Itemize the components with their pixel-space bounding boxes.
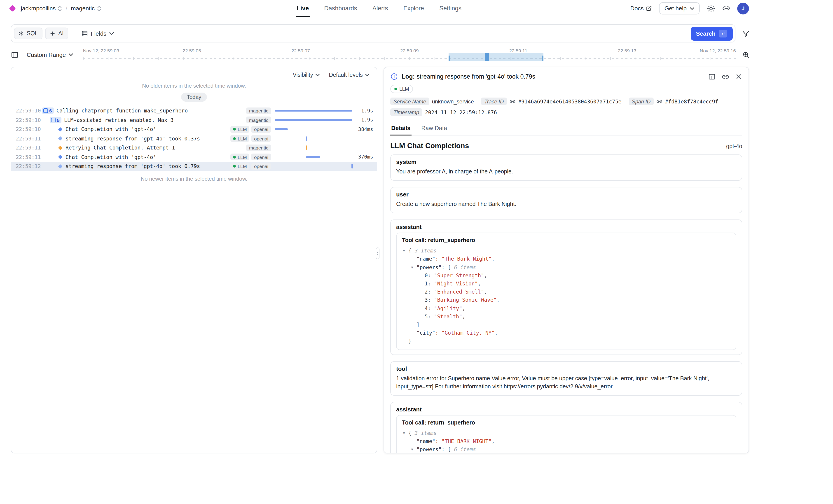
- search-button-label: Search: [696, 30, 716, 37]
- link-icon[interactable]: [722, 4, 730, 12]
- time-range-selector[interactable]: Custom Range: [27, 51, 73, 58]
- minor-tick: [560, 57, 561, 60]
- log-time: 22:59:10: [16, 117, 42, 123]
- minor-tick: [234, 57, 234, 60]
- json-token: ,: [462, 313, 465, 320]
- filter-icon[interactable]: [742, 29, 750, 38]
- minor-tick: [309, 57, 309, 60]
- detail-header-actions: [708, 73, 742, 80]
- visibility-dropdown[interactable]: Visibility: [293, 72, 320, 78]
- json-token: "Stealth": [434, 313, 462, 320]
- log-row[interactable]: 22:59:106Calling chatprompt-function mak…: [11, 106, 377, 115]
- span-bar-track: [275, 144, 352, 151]
- json-token: :: [428, 297, 434, 303]
- sql-button[interactable]: SQL: [14, 27, 43, 39]
- tab-alerts[interactable]: Alerts: [372, 0, 389, 17]
- minor-tick: [434, 57, 435, 60]
- sort-chevrons-icon: [97, 5, 101, 11]
- collapse-toggle[interactable]: 5: [50, 117, 62, 123]
- detail-header: Log:streaming response from 'gpt-4o' too…: [390, 73, 742, 80]
- span-bar-track: [275, 153, 352, 161]
- fields-button[interactable]: Fields: [78, 28, 117, 39]
- minor-tick: [209, 57, 209, 60]
- minor-tick: [610, 57, 611, 60]
- docs-link[interactable]: Docs: [630, 5, 652, 12]
- minor-tick: [661, 57, 661, 60]
- log-row[interactable]: 22:59:11Chat Completion with 'gpt-4o'LLM…: [11, 152, 377, 162]
- json-token: 3 items: [415, 248, 436, 254]
- close-icon[interactable]: [735, 73, 742, 80]
- log-row[interactable]: 22:59:11streaming response from 'gpt-4o'…: [11, 134, 377, 143]
- tag-label: openai: [254, 154, 268, 160]
- collapse-arrow-icon[interactable]: ▾: [403, 429, 405, 437]
- tab-details[interactable]: Details: [390, 121, 411, 136]
- json-token: 1: [425, 281, 428, 287]
- json-line: ▾{ 3 items: [402, 429, 731, 437]
- ai-button[interactable]: AI: [45, 27, 68, 39]
- json-token: :: [442, 264, 448, 270]
- link-icon[interactable]: [722, 73, 729, 80]
- json-token: 0: [425, 272, 428, 279]
- log-row[interactable]: 22:59:12streaming response from 'gpt-4o'…: [11, 162, 377, 171]
- default-levels-dropdown[interactable]: Default levels: [329, 72, 370, 78]
- json-token: 6 items: [454, 447, 476, 453]
- timeline-selection[interactable]: [449, 53, 543, 61]
- child-count: 6: [49, 108, 52, 114]
- log-row[interactable]: 22:59:105LLM-assisted retries enabled. M…: [11, 115, 377, 125]
- chevron-down-icon: [109, 32, 114, 35]
- chevron-down-icon: [68, 53, 73, 56]
- org-switcher[interactable]: jackmpcollins: [21, 5, 62, 12]
- log-time: 22:59:11: [16, 136, 42, 142]
- json-token: ,: [478, 281, 481, 287]
- table-icon[interactable]: [708, 73, 716, 80]
- meta-span-id[interactable]: Span ID#fd81e8f78c4ecc9f: [628, 98, 718, 105]
- json-token: {: [408, 430, 415, 436]
- json-line: "city": "Gotham City, NY",: [402, 329, 731, 337]
- tab-settings[interactable]: Settings: [438, 0, 462, 17]
- log-row[interactable]: 22:59:10Chat Completion with 'gpt-4o'LLM…: [11, 125, 377, 134]
- tab-explore[interactable]: Explore: [403, 0, 425, 17]
- collapse-sidebar-icon[interactable]: [11, 51, 19, 58]
- tool-call-title: Tool call: return_superhero: [402, 419, 731, 426]
- collapse-arrow-icon[interactable]: ▾: [403, 247, 405, 255]
- chevron-down-icon: [690, 7, 694, 10]
- tab-live[interactable]: Live: [296, 0, 310, 17]
- json-line: }: [402, 337, 731, 345]
- timeline-tick: 22:59:07: [291, 48, 310, 53]
- collapse-toggle[interactable]: 6: [42, 108, 54, 114]
- meta-label: Span ID: [628, 98, 654, 105]
- divider: [73, 29, 73, 38]
- sun-icon[interactable]: [707, 4, 715, 13]
- collapse-arrow-icon[interactable]: ▾: [411, 446, 413, 453]
- project-switcher[interactable]: magentic: [71, 5, 101, 12]
- zoom-in-icon[interactable]: [742, 51, 750, 58]
- tag-label: LLM: [238, 136, 247, 141]
- tag-list: LLMopenai: [227, 154, 271, 161]
- get-help-button[interactable]: Get help: [659, 2, 700, 15]
- search-button[interactable]: Search: [690, 26, 733, 41]
- timeline-ruler[interactable]: Nov 12, 22:59:0322:59:0522:59:0722:59:09…: [83, 48, 736, 62]
- tab-raw-data[interactable]: Raw Data: [420, 121, 448, 136]
- tag-label: LLM: [238, 164, 247, 169]
- json-token: "Barking Sonic Wave": [434, 297, 497, 303]
- avatar[interactable]: J: [737, 2, 749, 14]
- log-message: LLM-assisted retries enabled. Max 3: [64, 117, 174, 123]
- minor-tick: [635, 57, 636, 60]
- search-input[interactable]: [120, 25, 688, 42]
- collapse-arrow-icon[interactable]: ▾: [411, 263, 413, 271]
- tag-pill: LLM: [230, 126, 249, 133]
- minor-tick: [585, 57, 586, 60]
- panel-resize-handle[interactable]: [376, 247, 379, 259]
- span-duration: 384ms: [352, 126, 373, 132]
- log-message: streaming response from 'gpt-4o' took 0.…: [66, 136, 200, 142]
- detail-timestamp-row: Timestamp 2024-11-12 22:59:12.876: [390, 109, 742, 116]
- tag-label: magentic: [249, 117, 268, 123]
- meta-trace-id[interactable]: Trace ID#9146a6974e4e6140538043607a71c75…: [481, 98, 621, 105]
- log-row[interactable]: 22:59:11Retrying Chat Completion. Attemp…: [11, 143, 377, 152]
- span-bar: [306, 156, 320, 158]
- timeline-tick: Nov 12, 22:59:03: [83, 48, 119, 53]
- message-role: user: [396, 191, 736, 198]
- llm-tag-pill: LLM: [390, 85, 413, 93]
- minor-tick: [409, 57, 410, 60]
- tab-dashboards[interactable]: Dashboards: [323, 0, 358, 17]
